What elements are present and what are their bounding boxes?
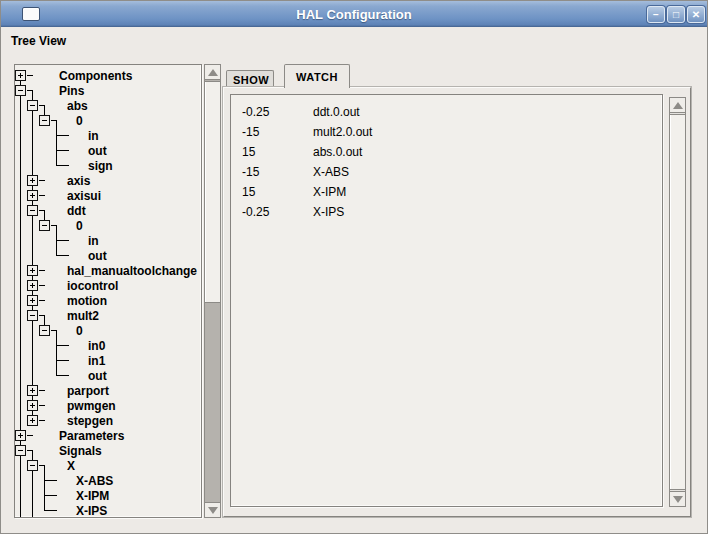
tree-line-cell	[27, 353, 39, 368]
tab-show[interactable]: SHOW	[226, 70, 274, 87]
watch-scrollbar-thumb[interactable]	[670, 114, 685, 490]
watch-list[interactable]: -0.25ddt.0.out-15mult2.0.out15abs.0.out-…	[230, 94, 663, 507]
tree-node-label[interactable]: X-IPM	[76, 489, 109, 503]
watch-scroll-up-button[interactable]	[670, 98, 685, 113]
collapse-minus-icon[interactable]	[27, 205, 38, 216]
tree-node-label[interactable]: Pins	[59, 84, 84, 98]
hal-tree-view[interactable]: ComponentsPinsabs0inoutsignaxisaxisuiddt…	[14, 64, 202, 518]
tree-node-label[interactable]: in1	[88, 354, 105, 368]
tree-line-cell	[27, 338, 39, 353]
tab-watch[interactable]: WATCH	[284, 64, 350, 88]
expand-plus-icon[interactable]	[27, 265, 38, 276]
collapse-minus-icon[interactable]	[27, 460, 38, 471]
watch-row: -15mult2.0.out	[231, 122, 662, 142]
tree-node-label[interactable]: ddt	[67, 204, 86, 218]
expand-plus-icon[interactable]	[27, 385, 38, 396]
watch-pin-name: X-IPM	[313, 185, 346, 199]
tree-node-label[interactable]: in	[88, 234, 99, 248]
collapse-minus-icon[interactable]	[15, 445, 26, 456]
tree-row: X	[15, 458, 201, 473]
tree-node-label[interactable]: stepgen	[67, 414, 113, 428]
tree-node-label[interactable]: 0	[76, 114, 83, 128]
tree-line-cell	[39, 308, 51, 323]
tree-node-label[interactable]: X	[67, 459, 75, 473]
tree-node-label[interactable]: Components	[59, 69, 132, 83]
tree-branch-cell	[27, 458, 39, 473]
tree-node-label[interactable]: motion	[67, 294, 107, 308]
tree-scroll-up-button[interactable]	[205, 65, 220, 80]
menu-tree-view[interactable]: Tree View	[1, 34, 76, 48]
tree-node-label[interactable]: out	[88, 369, 107, 383]
collapse-minus-icon[interactable]	[27, 310, 38, 321]
tree-line-cell	[15, 353, 27, 368]
watch-scrollbar[interactable]	[669, 97, 686, 507]
tree-line-cell	[27, 368, 39, 383]
tree-node-label[interactable]: out	[88, 144, 107, 158]
tree-branch-cell	[15, 428, 27, 443]
close-button[interactable]: ✕	[687, 6, 705, 23]
maximize-button[interactable]: □	[667, 6, 685, 23]
collapse-minus-icon[interactable]	[39, 325, 50, 336]
tree-line-cell	[51, 353, 63, 368]
tree-node-label[interactable]: Parameters	[59, 429, 124, 443]
tree-line-cell	[39, 458, 51, 473]
tree-line-cell	[15, 368, 27, 383]
watch-tab-panel: -0.25ddt.0.out-15mult2.0.out15abs.0.out-…	[223, 87, 691, 517]
scroll-down-icon	[208, 507, 218, 514]
tree-node-label[interactable]: iocontrol	[67, 279, 118, 293]
collapse-minus-icon[interactable]	[39, 115, 50, 126]
tree-branch-cell	[27, 293, 39, 308]
tree-node-label[interactable]: mult2	[67, 309, 99, 323]
tree-line-cell	[27, 233, 39, 248]
expand-plus-icon[interactable]	[27, 190, 38, 201]
tree-node-label[interactable]: Signals	[59, 444, 102, 458]
tree-node-label[interactable]: 0	[76, 219, 83, 233]
tree-node-label[interactable]: in	[88, 129, 99, 143]
expand-plus-icon[interactable]	[27, 175, 38, 186]
tree-scrollbar-thumb[interactable]	[205, 81, 220, 303]
tree-node-label[interactable]: axisui	[67, 189, 101, 203]
tree-line-cell	[63, 368, 75, 383]
tree-node-label[interactable]: abs	[67, 99, 88, 113]
tree-line-cell	[15, 323, 27, 338]
tree-node-label[interactable]: sign	[88, 159, 113, 173]
title-bar[interactable]: HAL Configuration − □ ✕	[1, 1, 707, 27]
expand-plus-icon[interactable]	[27, 415, 38, 426]
collapse-minus-icon[interactable]	[15, 85, 26, 96]
tree-node-label[interactable]: out	[88, 249, 107, 263]
watch-row: -0.25X-IPS	[231, 202, 662, 222]
collapse-minus-icon[interactable]	[39, 220, 50, 231]
tree-node-label[interactable]: in0	[88, 339, 105, 353]
tree-scroll-down-button[interactable]	[205, 502, 220, 517]
tree-row: axis	[15, 173, 201, 188]
tree-line-cell	[63, 158, 75, 173]
tree-line-cell	[51, 128, 63, 143]
tree-line-cell	[39, 368, 51, 383]
tree-line-cell	[63, 128, 75, 143]
tree-scrollbar[interactable]	[204, 64, 221, 518]
tree-node-label[interactable]: 0	[76, 324, 83, 338]
tree-node-label[interactable]: X-ABS	[76, 474, 113, 488]
expand-plus-icon[interactable]	[15, 430, 26, 441]
tree-line-cell	[15, 188, 27, 203]
watch-scroll-down-button[interactable]	[670, 491, 685, 506]
minimize-button[interactable]: −	[647, 6, 665, 23]
expand-plus-icon[interactable]	[15, 70, 26, 81]
tree-line-cell	[39, 503, 51, 518]
tree-line-cell	[51, 158, 63, 173]
tree-node-label[interactable]: X-IPS	[76, 504, 107, 518]
tree-row: out	[15, 368, 201, 383]
expand-plus-icon[interactable]	[27, 280, 38, 291]
tree-line-cell	[39, 128, 51, 143]
tree-line-cell	[39, 413, 51, 428]
tree-node-label[interactable]: pwmgen	[67, 399, 116, 413]
tree-line-cell	[63, 338, 75, 353]
tree-node-label[interactable]: parport	[67, 384, 109, 398]
collapse-minus-icon[interactable]	[27, 100, 38, 111]
tree-node-label[interactable]: axis	[67, 174, 90, 188]
tree-node-label[interactable]: hal_manualtoolchange	[67, 264, 197, 278]
tree-line-cell	[15, 293, 27, 308]
watch-row: 15abs.0.out	[231, 142, 662, 162]
expand-plus-icon[interactable]	[27, 295, 38, 306]
expand-plus-icon[interactable]	[27, 400, 38, 411]
